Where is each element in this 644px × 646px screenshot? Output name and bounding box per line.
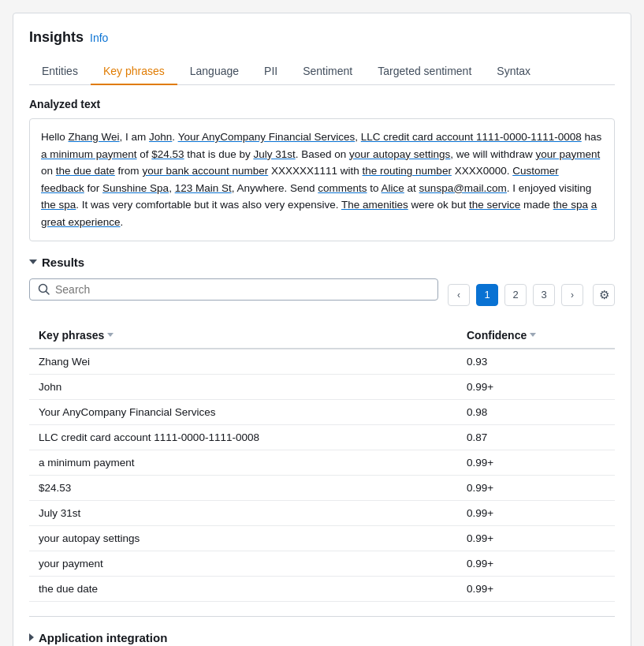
tab-entities[interactable]: Entities: [29, 58, 91, 85]
cell-phrase: Your AnyCompany Financial Services: [29, 399, 457, 424]
cell-confidence: 0.99+: [457, 374, 615, 399]
cell-confidence: 0.99+: [457, 525, 615, 551]
table-row: John 0.99+: [29, 374, 615, 399]
tab-language[interactable]: Language: [177, 58, 251, 85]
chevron-right-icon: ›: [571, 289, 574, 301]
cell-confidence: 0.87: [457, 424, 615, 450]
entity-bank-account: your bank account number: [142, 165, 268, 177]
tab-sentiment[interactable]: Sentiment: [290, 58, 365, 85]
page-2-button[interactable]: 2: [504, 284, 527, 306]
entity-the-spa: the spa: [41, 199, 76, 211]
page-title: Insights: [29, 29, 84, 46]
next-page-button[interactable]: ›: [561, 284, 583, 306]
cell-confidence: 0.99+: [457, 500, 615, 525]
chevron-down-icon: [29, 260, 37, 264]
table-row: July 31st 0.99+: [29, 500, 615, 525]
entity-autopay: your autopay settings: [349, 148, 450, 160]
tab-pii[interactable]: PII: [251, 58, 290, 85]
table-row: LLC credit card account 1111-0000-1111-0…: [29, 424, 615, 450]
entity-zhang-wei: Zhang Wei: [69, 131, 120, 143]
results-title: Results: [42, 256, 84, 269]
cell-phrase: the due date: [29, 576, 457, 601]
table-row: a minimum payment 0.99+: [29, 450, 615, 475]
search-bar[interactable]: [29, 278, 438, 301]
analyzed-text-title: Analyzed text: [29, 98, 615, 110]
entity-comments: comments: [318, 182, 367, 194]
entity-payment: your payment: [535, 148, 600, 160]
search-pagination-row: ‹ 1 2 3 › ⚙: [29, 278, 615, 312]
entity-sunshine-spa: Sunshine Spa: [102, 182, 169, 194]
table-row: your autopay settings 0.99+: [29, 525, 615, 551]
search-input[interactable]: [55, 283, 430, 296]
section-divider: [29, 616, 615, 617]
cell-confidence: 0.99+: [457, 475, 615, 500]
pagination-wrap: ‹ 1 2 3 › ⚙: [448, 284, 615, 306]
cell-phrase: your payment: [29, 551, 457, 576]
app-integration-section[interactable]: Application integration: [29, 631, 615, 644]
tab-targeted-sentiment[interactable]: Targeted sentiment: [365, 58, 484, 85]
entity-spa2: the spa: [553, 199, 588, 211]
entity-minimum-payment: a minimum payment: [41, 148, 137, 160]
cell-confidence: 0.99+: [457, 450, 615, 475]
analyzed-text-section: Analyzed text Hello Zhang Wei, I am John…: [29, 98, 615, 241]
col-header-key-phrases[interactable]: Key phrases: [29, 323, 457, 349]
cell-phrase: Zhang Wei: [29, 349, 457, 375]
chevron-left-icon: ‹: [457, 289, 460, 301]
page-1-button[interactable]: 1: [476, 284, 498, 306]
cell-phrase: your autopay settings: [29, 525, 457, 551]
app-integration-label: Application integration: [39, 631, 167, 644]
entity-amount: $24.53: [151, 148, 184, 160]
search-icon: [38, 283, 50, 296]
cell-phrase: LLC credit card account 1111-0000-1111-0…: [29, 424, 457, 450]
entity-routing: the routing number: [363, 165, 452, 177]
cell-confidence: 0.99+: [457, 576, 615, 601]
cell-phrase: John: [29, 374, 457, 399]
svg-line-1: [47, 291, 50, 294]
tab-bar: Entities Key phrases Language PII Sentim…: [29, 58, 615, 85]
entity-service: the service: [469, 199, 520, 211]
cell-confidence: 0.99+: [457, 551, 615, 576]
tab-syntax[interactable]: Syntax: [484, 58, 543, 85]
table-row: $24.53 0.99+: [29, 475, 615, 500]
cell-confidence: 0.93: [457, 349, 615, 375]
cell-phrase: $24.53: [29, 475, 457, 500]
table-header-row: Key phrases Confidence: [29, 323, 615, 349]
table-row: Your AnyCompany Financial Services 0.98: [29, 399, 615, 424]
filter-icon-confidence: [530, 333, 536, 337]
gear-icon: ⚙: [599, 288, 609, 302]
table-row: your payment 0.99+: [29, 551, 615, 576]
filter-icon-phrases: [107, 333, 114, 337]
results-section: Results ‹ 1 2 3: [29, 256, 615, 602]
settings-button[interactable]: ⚙: [593, 284, 615, 306]
cell-phrase: a minimum payment: [29, 450, 457, 475]
entity-llc: LLC credit card account 1111-0000-1111-0…: [361, 131, 582, 143]
main-container: Insights Info Entities Key phrases Langu…: [13, 13, 631, 646]
entity-alice: Alice: [382, 182, 404, 194]
entity-john: John: [149, 131, 172, 143]
cell-confidence: 0.98: [457, 399, 615, 424]
entity-anycompany: Your AnyCompany Financial Services: [178, 131, 356, 143]
entity-address: 123 Main St: [175, 182, 232, 194]
results-toggle[interactable]: Results: [29, 256, 615, 269]
page-3-button[interactable]: 3: [533, 284, 555, 306]
col-header-confidence[interactable]: Confidence: [457, 323, 615, 349]
entity-email: sunspa@mail.com: [419, 182, 507, 194]
entity-amenities: The amenities: [341, 199, 408, 211]
header: Insights Info: [29, 29, 615, 46]
info-link[interactable]: Info: [90, 32, 108, 44]
cell-phrase: July 31st: [29, 500, 457, 525]
entity-date: July 31st: [253, 148, 295, 160]
results-table: Key phrases Confidence Zhang Wei 0.93: [29, 323, 615, 602]
tab-key-phrases[interactable]: Key phrases: [91, 58, 177, 85]
analyzed-text-content: Hello Zhang Wei, I am John. Your AnyComp…: [29, 118, 615, 241]
search-wrap: [29, 278, 438, 312]
table-row: the due date 0.99+: [29, 576, 615, 601]
table-row: Zhang Wei 0.93: [29, 349, 615, 375]
entity-due-date: the due date: [56, 165, 115, 177]
prev-page-button[interactable]: ‹: [448, 284, 470, 306]
chevron-right-icon: [29, 633, 34, 641]
